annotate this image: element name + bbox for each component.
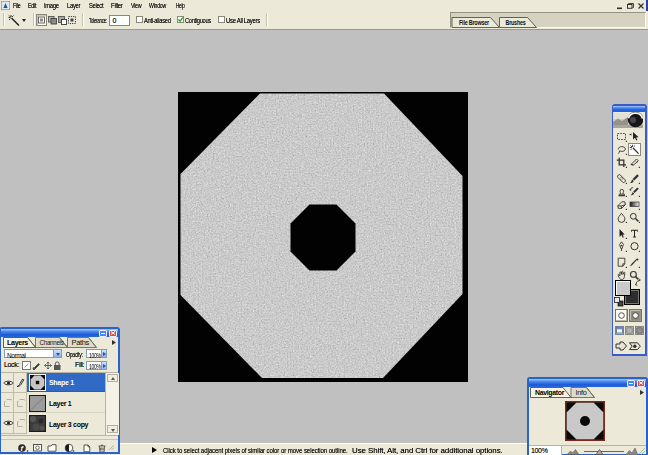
svg-text:Channels: Channels [40, 339, 65, 346]
svg-text:Brushes: Brushes [506, 19, 527, 26]
svg-text:Layers: Layers [7, 339, 29, 347]
svg-text:Paths: Paths [72, 339, 91, 346]
svg-text:File Browser: File Browser [459, 19, 490, 26]
svg-text:Info: Info [576, 389, 588, 396]
svg-text:Navigator: Navigator [535, 389, 565, 397]
